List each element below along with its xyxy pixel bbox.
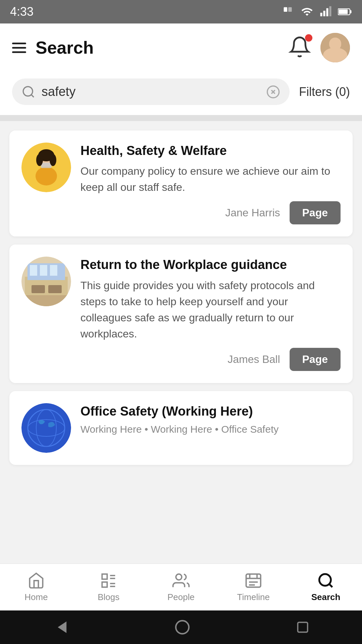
nav-label-timeline: Timeline: [237, 592, 269, 602]
svg-point-34: [21, 403, 71, 453]
card-text-1: Health, Safety & Welfare Our company pol…: [80, 143, 341, 195]
svg-point-24: [50, 154, 56, 166]
svg-point-10: [329, 38, 341, 50]
svg-rect-33: [48, 285, 62, 293]
nav-item-home[interactable]: Home: [0, 572, 72, 602]
svg-rect-38: [102, 574, 107, 579]
nav-label-blogs: Blogs: [98, 592, 119, 602]
card-title-3: Office Safety (Working Here): [80, 403, 341, 420]
svg-rect-2: [320, 13, 322, 16]
header-right: [288, 33, 350, 62]
svg-rect-30: [50, 265, 57, 276]
card-desc-2: This guide provides you with safety prot…: [80, 277, 341, 342]
svg-point-11: [325, 52, 345, 62]
card-image-2: [21, 257, 71, 306]
sim-icon: [282, 6, 294, 18]
bottom-nav: Home Blogs People Timelin: [0, 564, 362, 610]
nav-item-people[interactable]: People: [145, 572, 217, 602]
svg-point-54: [176, 621, 189, 634]
card-image-inner-3: [21, 403, 71, 453]
signal-icon: [320, 6, 332, 18]
status-bar: 4:33: [0, 0, 362, 23]
svg-rect-8: [350, 10, 352, 13]
wifi-icon: [300, 6, 314, 18]
search-bar-container: Filters (0): [0, 72, 362, 115]
svg-point-23: [36, 154, 43, 166]
nav-item-timeline[interactable]: Timeline: [217, 572, 290, 602]
card-title-1: Health, Safety & Welfare: [80, 143, 341, 159]
card-footer-1: Jane Harris Page: [21, 201, 341, 224]
avatar-image: [320, 33, 350, 62]
svg-rect-5: [329, 6, 331, 16]
result-card-2[interactable]: Return to the Workplace guidance This gu…: [9, 245, 353, 383]
card-top-2: Return to the Workplace guidance This gu…: [21, 257, 341, 341]
search-icon: [21, 85, 36, 99]
card-badge-2[interactable]: Page: [290, 348, 341, 371]
svg-rect-28: [30, 265, 37, 276]
search-input[interactable]: [42, 85, 260, 99]
card-image-1: [21, 143, 71, 192]
card-author-1: Jane Harris: [225, 207, 280, 219]
svg-rect-31: [25, 295, 68, 306]
battery-icon: [338, 7, 352, 17]
svg-rect-4: [326, 8, 328, 16]
notification-dot: [305, 34, 312, 42]
svg-point-44: [176, 574, 182, 580]
svg-rect-29: [40, 265, 47, 276]
nav-item-search[interactable]: Search: [290, 572, 362, 602]
svg-line-52: [329, 584, 332, 587]
svg-rect-1: [288, 7, 292, 12]
card-title-2: Return to the Workplace guidance: [80, 257, 341, 273]
card-badge-1[interactable]: Page: [290, 201, 341, 224]
card-image-inner-2: [21, 257, 71, 306]
svg-rect-21: [41, 163, 52, 168]
svg-rect-32: [32, 285, 45, 293]
card-top-3: Office Safety (Working Here) Working Her…: [21, 403, 341, 453]
nav-label-home: Home: [24, 592, 48, 602]
android-recents-button[interactable]: [295, 620, 310, 635]
svg-point-9: [320, 33, 350, 62]
nav-label-search: Search: [311, 592, 341, 602]
android-back-button[interactable]: [52, 619, 69, 636]
result-card-1[interactable]: Health, Safety & Welfare Our company pol…: [9, 130, 353, 236]
card-desc-1: Our company policy to ensure we achieve …: [80, 163, 341, 195]
search-results: Health, Safety & Welfare Our company pol…: [0, 121, 362, 474]
avatar[interactable]: [320, 33, 350, 62]
search-nav-icon: [317, 572, 335, 589]
svg-point-20: [36, 167, 57, 185]
card-breadcrumb-3: Working Here • Working Here • Office Saf…: [80, 424, 341, 435]
notification-bell-button[interactable]: [288, 36, 311, 60]
card-author-2: James Ball: [228, 353, 280, 366]
svg-point-12: [323, 53, 347, 62]
header-left: Search: [12, 38, 94, 58]
filters-button[interactable]: Filters (0): [299, 85, 350, 99]
android-nav-bar: [0, 610, 362, 644]
svg-marker-53: [58, 622, 67, 633]
svg-rect-3: [323, 11, 325, 16]
svg-line-14: [31, 95, 34, 97]
status-time: 4:33: [10, 5, 34, 19]
search-input-wrapper[interactable]: [12, 78, 290, 105]
svg-rect-55: [298, 622, 307, 632]
page-title: Search: [36, 38, 94, 58]
people-icon: [172, 572, 190, 589]
clear-search-icon[interactable]: [266, 85, 280, 99]
timeline-icon: [245, 572, 262, 589]
svg-point-13: [23, 87, 33, 96]
nav-item-blogs[interactable]: Blogs: [72, 572, 145, 602]
card-text-2: Return to the Workplace guidance This gu…: [80, 257, 341, 341]
card-footer-2: James Ball Page: [21, 348, 341, 371]
card-text-3: Office Safety (Working Here) Working Her…: [80, 403, 341, 435]
menu-button[interactable]: [12, 43, 26, 53]
svg-rect-39: [102, 582, 107, 587]
home-icon: [27, 572, 45, 589]
card-image-inner-1: [21, 143, 71, 192]
status-icons: [282, 6, 352, 18]
android-home-button[interactable]: [174, 619, 191, 636]
nav-label-people: People: [168, 592, 195, 602]
svg-rect-0: [284, 7, 288, 12]
result-card-3[interactable]: Office Safety (Working Here) Working Her…: [9, 391, 353, 465]
header: Search: [0, 23, 362, 72]
svg-point-51: [319, 574, 331, 586]
card-top-1: Health, Safety & Welfare Our company pol…: [21, 143, 341, 195]
